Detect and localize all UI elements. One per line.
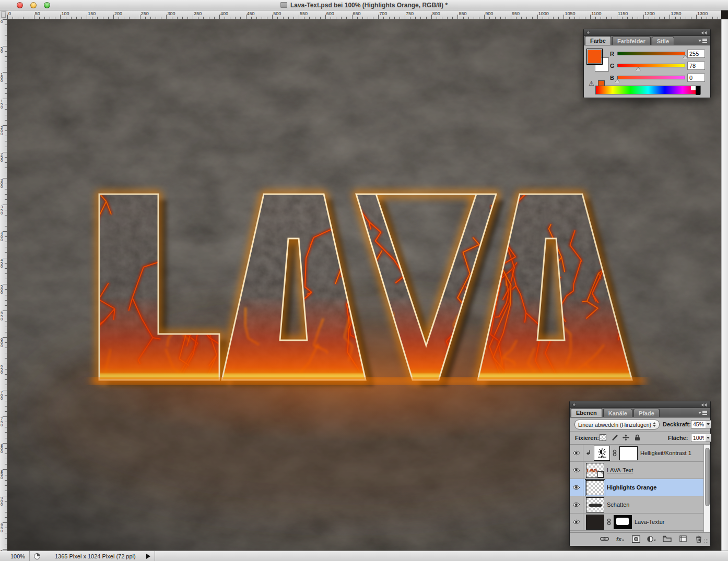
link-layers-icon[interactable] [600, 535, 609, 543]
tab-farbfelder[interactable]: Farbfelder [612, 37, 651, 45]
window-titlebar[interactable]: Lava-Text.psd bei 100% (Highlights Orang… [0, 0, 728, 10]
lock-transparency-icon[interactable] [600, 434, 606, 442]
scrollbar-thumb[interactable] [705, 448, 710, 506]
panel-menu-icon[interactable] [698, 410, 707, 415]
tab-pfade[interactable]: Pfade [633, 409, 660, 417]
color-panel: FarbeFarbfelderStile ⚠ RGB [583, 29, 711, 98]
panel-dot-icon [572, 403, 576, 407]
smart-object-badge-icon [597, 471, 604, 478]
layer-name[interactable]: Highlights Orange [607, 484, 656, 491]
lock-label: Fixieren: [575, 435, 599, 441]
status-bar: 100% 1365 Pixel x 1024 Pixel (72 ppi) [0, 551, 728, 561]
blend-mode-select[interactable]: Linear abwedeln (Hinzufügen) [574, 420, 660, 429]
close-button[interactable] [17, 2, 23, 8]
channel-slider-track[interactable] [617, 52, 685, 55]
gamut-warning-icon[interactable]: ⚠ [589, 80, 594, 87]
opacity-dropdown-button[interactable] [706, 420, 711, 428]
link-mask-icon[interactable] [607, 518, 611, 526]
new-group-icon[interactable] [663, 535, 672, 543]
visibility-eye-icon[interactable] [572, 502, 580, 507]
channel-row-b: B [610, 74, 706, 83]
channel-slider-thumb[interactable] [636, 67, 641, 71]
channel-value-input[interactable] [687, 50, 705, 58]
spectrum-white-swatch[interactable] [691, 86, 696, 90]
layers-panel-titlebar[interactable] [570, 401, 710, 408]
lock-position-icon[interactable] [623, 434, 629, 442]
tab-ebenen[interactable]: Ebenen [571, 408, 602, 417]
channel-slider-track[interactable] [617, 64, 685, 67]
ruler-corner[interactable] [0, 10, 7, 19]
zoom-level-field[interactable]: 100% [0, 553, 29, 559]
layer-name[interactable]: Helligkeit/Kontrast 1 [640, 450, 691, 456]
channel-slider-track[interactable] [617, 76, 685, 79]
window-scrollbar-track[interactable] [721, 19, 728, 551]
add-layer-mask-icon[interactable] [631, 535, 640, 543]
color-spectrum-ramp[interactable] [595, 86, 701, 94]
layers-panel: EbenenKanälePfade Linear abwedeln (Hinzu… [569, 401, 711, 546]
channel-value-input[interactable] [687, 62, 705, 70]
visibility-toggle[interactable] [570, 479, 583, 496]
channel-value-input[interactable] [687, 74, 705, 82]
layer-styles-fx-icon[interactable]: fx [616, 535, 625, 543]
blend-mode-row: Linear abwedeln (Hinzufügen) Deckkraft: [570, 417, 710, 432]
brightness-contrast-icon [596, 448, 608, 458]
layer-name[interactable]: LAVA-Text [607, 467, 633, 473]
layer-name[interactable]: Schatten [607, 502, 629, 508]
visibility-toggle[interactable] [570, 496, 583, 513]
collapse-panel-icon[interactable] [701, 31, 708, 34]
adjustment-layer-thumbnail[interactable] [594, 446, 610, 461]
layer-row-schatten[interactable]: Schatten [570, 496, 710, 514]
fill-dropdown-button[interactable] [706, 434, 711, 442]
layers-panel-tabs: EbenenKanälePfade [570, 408, 710, 417]
link-mask-icon[interactable] [613, 449, 617, 457]
panel-dot-icon [586, 31, 590, 34]
layer-thumbnail[interactable]: LAVA [586, 463, 604, 478]
channel-slider-thumb[interactable] [615, 79, 620, 83]
lock-all-icon[interactable] [634, 434, 641, 442]
visibility-eye-icon[interactable] [572, 519, 580, 524]
horizontal-ruler[interactable]: 0501001502002503003504004505005506006507… [7, 10, 721, 19]
layer-name[interactable]: Lava-Textur [635, 519, 664, 525]
layer-thumbnail[interactable] [586, 515, 604, 530]
vertical-ruler[interactable]: 05 01 0 01 5 02 0 02 5 03 0 03 5 04 0 04… [0, 19, 7, 551]
visibility-eye-icon[interactable] [572, 450, 580, 456]
layer-row-lava-text[interactable]: LAVALAVA-Text [570, 462, 710, 479]
layer-mask-thumbnail[interactable] [614, 515, 632, 529]
panel-menu-icon[interactable] [698, 38, 707, 43]
layer-row-highlights-orange[interactable]: Highlights Orange [570, 479, 710, 496]
layer-thumbnail[interactable] [586, 497, 604, 512]
layer-thumbnail[interactable] [586, 480, 604, 495]
tab-farbe[interactable]: Farbe [585, 36, 611, 45]
spectrum-black-swatch[interactable] [696, 86, 700, 95]
visibility-eye-icon[interactable] [572, 485, 580, 490]
layer-mask-thumbnail[interactable] [619, 446, 638, 460]
zoom-button[interactable] [44, 2, 50, 8]
fill-input[interactable] [691, 434, 706, 442]
new-layer-icon[interactable] [678, 535, 687, 543]
layer-list-scrollbar[interactable] [703, 445, 710, 532]
layer-row-lava-textur[interactable]: Lava-Textur [570, 514, 710, 531]
collapse-panel-icon[interactable] [701, 403, 708, 407]
minimize-button[interactable] [30, 2, 37, 8]
channel-label: R [610, 51, 615, 57]
visibility-eye-icon[interactable] [572, 468, 580, 473]
new-adjustment-layer-icon[interactable] [647, 535, 656, 543]
statusbar-menu-arrow[interactable] [146, 554, 150, 559]
layers-toolbar: fx [570, 532, 710, 545]
tab-kanäle[interactable]: Kanäle [603, 409, 632, 417]
color-panel-titlebar[interactable] [584, 29, 710, 36]
visibility-toggle[interactable] [570, 514, 583, 530]
select-arrows-icon [653, 422, 656, 427]
layer-row-helligkeit-kontrast-1[interactable]: Helligkeit/Kontrast 1 [570, 445, 710, 462]
tab-stile[interactable]: Stile [652, 37, 674, 45]
visibility-toggle[interactable] [570, 445, 583, 461]
visibility-toggle[interactable] [570, 462, 583, 479]
foreground-color-swatch[interactable] [588, 50, 602, 64]
panel-resize-grip[interactable] [704, 539, 709, 544]
lock-pixels-icon[interactable] [611, 434, 618, 442]
delete-layer-icon[interactable] [694, 535, 703, 543]
traffic-lights [17, 2, 50, 8]
window-title: Lava-Text.psd bei 100% (Highlights Orang… [280, 2, 448, 9]
opacity-input[interactable] [691, 420, 706, 428]
statusbar-divider [155, 551, 155, 561]
